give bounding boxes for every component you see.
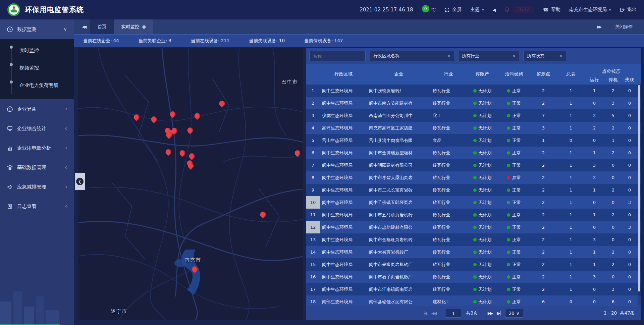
tab-0[interactable]: 首页 xyxy=(90,19,114,34)
pagination-bar: |◀ ◀◀ 共3页 ▶▶ ▶| 20∨ 1 - 20 共47条 xyxy=(306,306,641,320)
table-row-11[interactable]: 11阆中生态环境局阆中市五马桥页岩机砖砖瓦行业无计划正常21120 xyxy=(306,209,641,221)
chevron-left-icon: ‹ xyxy=(65,184,67,190)
sidebar-item-0[interactable]: 数据监测∨ xyxy=(0,19,74,39)
sidebar-item-2[interactable]: 企业综合统计‹ xyxy=(0,119,74,138)
industry-select[interactable]: 所有行业∨ xyxy=(458,51,519,61)
cell-lost-count: 0 xyxy=(622,134,637,147)
table-row-14[interactable]: 14阆中生态环境局阆中大兴页岩机砖厂砖瓦行业无计划正常21120 xyxy=(306,246,641,258)
mute-button[interactable]: ◀ xyxy=(492,7,496,12)
cell-run-count: 1 xyxy=(584,258,604,271)
table-body: 1阆中生态环境局阆中强锐页岩砖厂砖瓦行业无计划正常211202阆中生态环境局阆中… xyxy=(306,85,641,306)
fullscreen-button[interactable]: 全屏 xyxy=(444,7,462,13)
table-row-7[interactable]: 7阆中生态环境局阆中明阳建材有限公司砖瓦行业无计划正常21300 xyxy=(306,159,641,171)
cell-meter-count: 1 xyxy=(557,109,584,122)
map-canvas[interactable]: 巴中市南充市遂宁市 ❮ xyxy=(78,48,303,320)
name-search-input[interactable] xyxy=(313,54,362,59)
stat-label: 当前在线企业: xyxy=(83,38,112,43)
status-dot xyxy=(473,114,477,117)
table-row-17[interactable]: 17阆中生态环境局阆中市江南镇阆南页岩砖瓦行业无计划正常21030 xyxy=(306,283,641,295)
status-dot xyxy=(473,176,477,179)
cell-monitor-count: 2 xyxy=(529,221,557,233)
tabs-scroll-left-button[interactable]: ◀◀ xyxy=(78,24,89,29)
org-menu-button[interactable]: 南充市生态环境局▾ xyxy=(569,7,611,13)
table-row-8[interactable]: 8阆中生态环境局阆中市枣碧大梁山页岩砖瓦行业无计划异常21300 xyxy=(306,171,641,184)
table-row-6[interactable]: 6阆中生态环境局阆中市金博瑞新型墙材砖瓦行业无计划正常21120 xyxy=(306,147,641,159)
sidebar-item-6[interactable]: 日志查看‹ xyxy=(0,197,74,216)
last-page-button[interactable]: ▶| xyxy=(497,311,500,316)
sidebar-item-1[interactable]: 企业异常‹ xyxy=(0,99,74,119)
page-number-input[interactable] xyxy=(446,309,461,318)
cell-device-status: 正常 xyxy=(498,209,529,221)
table-scrollbar-thumb[interactable] xyxy=(638,85,640,291)
sidebar-item-5[interactable]: 应急减排管理‹ xyxy=(0,177,74,197)
table-row-18[interactable]: 18南部生态环境局南部县砌佳水泥有限公建材化工无计划正常60060 xyxy=(306,295,641,306)
cell-meter-count: 1 xyxy=(557,97,584,109)
cell-region: 阆中生态环境局 xyxy=(320,209,367,221)
table-row-15[interactable]: 15阆中生态环境局阆中市光富页岩机砖厂砖瓦行业无计划正常21120 xyxy=(306,258,641,271)
status-dot xyxy=(507,151,510,155)
status-dot xyxy=(473,238,477,241)
status-dot xyxy=(473,300,477,304)
cell-run-count: 1 xyxy=(584,209,604,221)
cell-meter-count: 1 xyxy=(557,233,584,246)
region-select[interactable]: 行政区域名称∨ xyxy=(370,51,454,61)
sidebar-subitem-0[interactable]: 实时监控 xyxy=(0,42,74,59)
sidebar-item-3[interactable]: 企业用电量分析‹ xyxy=(0,138,74,158)
table-row-2[interactable]: 2阆中生态环境局阆中市南方节能建材有砖瓦行业无计划正常21030 xyxy=(306,97,641,109)
page-size-select[interactable]: 20∨ xyxy=(505,309,523,318)
cell-monitor-count: 2 xyxy=(529,246,557,258)
map-collapse-button[interactable]: ❮ xyxy=(75,173,85,190)
table-row-4[interactable]: 4高坪生态环境局南充市高坪区王家店建砖瓦行业无计划正常31220 xyxy=(306,122,641,134)
cell-halt-count: 6 xyxy=(604,295,622,306)
cell-meter-count: 1 xyxy=(557,122,584,134)
logout-button[interactable]: 退出 xyxy=(620,7,637,13)
table-row-10[interactable]: 10阆中生态环境局阆中千佛镇五郎垭页岩砖瓦行业无计划正常21003 xyxy=(306,196,641,209)
table-row-12[interactable]: 12阆中生态环境局阆中市忠信建材有限公砖瓦行业无计划正常21003 xyxy=(306,221,641,233)
status-select[interactable]: 所有状态∨ xyxy=(523,51,566,61)
cell-device-status: 正常 xyxy=(498,159,529,171)
cell-company: 阆中市枣碧大梁山页岩 xyxy=(367,171,431,184)
prev-page-button[interactable]: ◀◀ xyxy=(431,311,436,316)
cell-stop-status: 无计划 xyxy=(466,209,498,221)
help-button[interactable]: ☎ 帮助 xyxy=(543,7,560,13)
temperature-unit: ℃ xyxy=(431,7,436,12)
table-row-3[interactable]: 3仪陇生态环境局西南油气田分公司川中化工无计划正常71350 xyxy=(306,109,641,122)
sidebar-subitem-1[interactable]: 视频监控 xyxy=(0,59,74,76)
tabs-scroll-right-button[interactable]: ▶▶ xyxy=(594,24,604,29)
cell-company: 阆中大兴页岩机砖厂 xyxy=(367,246,431,258)
cell-halt-count: 2 xyxy=(604,209,622,221)
tab-close-icon[interactable]: ⊗ xyxy=(142,24,146,30)
cell-meter-count: 1 xyxy=(557,171,584,184)
row-index: 8 xyxy=(306,171,320,184)
cell-region: 阆中生态环境局 xyxy=(320,258,367,271)
table-row-5[interactable]: 5营山生态环境局营山县润丰肉食品有限食品无计划正常10010 xyxy=(306,134,641,147)
table-row-13[interactable]: 13阆中生态环境局阆中市金福旺页岩机砖砖瓦行业无计划正常21300 xyxy=(306,233,641,246)
cell-device-status: 正常 xyxy=(498,271,529,283)
cell-halt-count: 1 xyxy=(604,134,622,147)
app-logo-icon xyxy=(7,3,20,16)
cell-halt-count: 2 xyxy=(604,85,622,97)
temperature-badge: 0 xyxy=(422,5,429,12)
cell-device-status: 正常 xyxy=(498,184,529,196)
cell-region: 阆中生态环境局 xyxy=(320,184,367,196)
stat-value: 44 xyxy=(113,38,119,43)
sidebar-item-4[interactable]: 基础数据管理‹ xyxy=(0,158,74,177)
city-label: 巴中市 xyxy=(281,78,298,85)
next-page-button[interactable]: ▶▶ xyxy=(488,311,492,316)
cell-monitor-count: 2 xyxy=(529,233,557,246)
close-operations-button[interactable]: 关闭操作 xyxy=(615,24,633,30)
table-row-16[interactable]: 16阆中生态环境局阆中市石子页岩机砖厂砖瓦行业无计划正常21300 xyxy=(306,271,641,283)
table-row-9[interactable]: 9阆中生态环境局阆中市二龙长宝页岩砖砖瓦行业无计划正常21120 xyxy=(306,184,641,196)
theme-menu-button[interactable]: 主题▾ xyxy=(470,7,484,13)
status-dot xyxy=(507,300,510,304)
cell-device-status: 正常 xyxy=(498,233,529,246)
table-scrollbar-track[interactable] xyxy=(638,85,641,306)
tab-1[interactable]: 实时监控⊗ xyxy=(114,19,153,34)
cell-lost-count: 0 xyxy=(622,258,637,271)
cell-halt-count: 0 xyxy=(604,159,622,171)
table-row-1[interactable]: 1阆中生态环境局阆中强锐页岩砖厂砖瓦行业无计划正常21120 xyxy=(306,85,641,97)
row-index: 9 xyxy=(306,184,320,196)
sidebar-subitem-2[interactable]: 企业电力负荷明细 xyxy=(0,76,74,94)
first-page-button[interactable]: |◀ xyxy=(423,311,426,316)
notifications-button[interactable]: 2632 xyxy=(504,6,534,13)
